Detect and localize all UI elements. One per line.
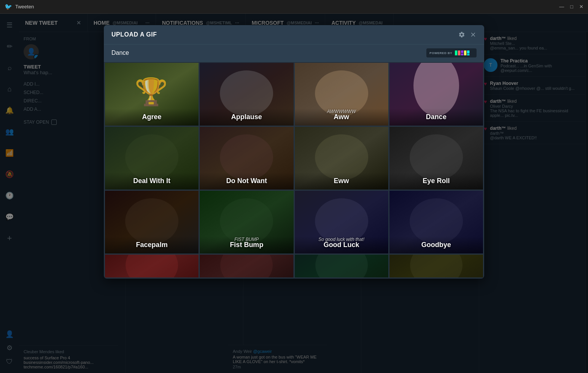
modal-search-text: Dance	[111, 49, 129, 56]
gif-item-partial4[interactable]	[389, 255, 483, 277]
modal-header: UPLOAD A GIF	[104, 25, 484, 45]
gif-sublabel-fistbump: FIST BUMP	[200, 237, 293, 242]
svg-point-36	[315, 255, 368, 277]
gif-item-aww[interactable]: AwwAWWWWWW	[295, 63, 388, 126]
powered-by-giphy: POWERED BY	[426, 48, 477, 57]
gif-label-goodbye: Goodbye	[389, 236, 483, 253]
minimize-button[interactable]: —	[559, 4, 564, 10]
gif-item-eyeroll[interactable]: Eye Roll	[389, 127, 483, 190]
app-icon: 🐦	[5, 3, 12, 10]
giphy-svg	[455, 50, 474, 56]
gif-item-goodbye[interactable]: Goodbye	[389, 191, 483, 253]
gif-label-eww: Eww	[295, 172, 388, 190]
gif-item-dealwith[interactable]: Deal With It	[105, 127, 199, 190]
svg-rect-3	[461, 54, 463, 56]
gif-item-goodluck[interactable]: Good LuckSo good luck with that!	[295, 191, 388, 253]
close-window-button[interactable]: ✕	[579, 4, 583, 10]
powered-by-label: POWERED BY	[429, 51, 452, 55]
svg-point-34	[220, 255, 273, 277]
gif-label-eyeroll: Eye Roll	[389, 172, 483, 190]
svg-text:🏆: 🏆	[135, 76, 168, 108]
svg-rect-4	[464, 51, 466, 56]
modal-settings-button[interactable]	[458, 31, 465, 38]
gif-item-facepalm[interactable]: Facepalm	[105, 191, 199, 253]
gif-label-applause: Applause	[200, 108, 293, 126]
gif-label-dealwith: Deal With It	[105, 172, 199, 190]
modal-search-bar: Dance POWERED BY	[104, 45, 484, 62]
svg-rect-1	[458, 51, 460, 56]
svg-rect-2	[461, 51, 463, 53]
modal-header-actions	[458, 31, 477, 38]
gif-label-donotwant: Do Not Want	[200, 172, 293, 190]
window-chrome: 🐦 Tweeten — □ ✕	[0, 0, 588, 14]
app-title: Tweeten	[15, 4, 34, 10]
svg-point-32	[126, 255, 178, 277]
gif-item-partial3[interactable]	[295, 255, 388, 277]
gif-sublabel-aww: AWWWWWW	[295, 109, 388, 114]
window-title: 🐦 Tweeten	[5, 3, 34, 10]
upload-gif-modal: UPLOAD A GIF Dance	[104, 25, 484, 279]
svg-rect-6	[467, 54, 469, 55]
modal-title: UPLOAD A GIF	[111, 31, 157, 38]
modal-close-button[interactable]	[470, 31, 477, 38]
gif-item-agree[interactable]: 🏆Agree	[105, 63, 199, 126]
maximize-button[interactable]: □	[570, 4, 573, 10]
close-icon	[470, 31, 477, 38]
gif-sublabel-goodluck: So good luck with that!	[295, 237, 388, 242]
gif-item-partial1[interactable]	[105, 255, 199, 277]
gif-item-applause[interactable]: Applause	[200, 63, 293, 126]
gif-item-partial2[interactable]	[200, 255, 293, 277]
giphy-logo	[455, 50, 474, 56]
gif-label-facepalm: Facepalm	[105, 236, 199, 253]
settings-icon	[458, 31, 465, 38]
svg-point-38	[410, 255, 462, 277]
gif-grid: 🏆AgreeApplauseAwwAWWWWWWDanceDeal With I…	[104, 62, 484, 279]
modal-overlay: UPLOAD A GIF Dance	[0, 14, 588, 373]
gif-item-fistbump[interactable]: Fist BumpFIST BUMP	[200, 191, 293, 253]
gif-label-dance: Dance	[389, 108, 483, 126]
gif-item-donotwant[interactable]: Do Not Want	[200, 127, 293, 190]
app-container: ☰ ✏ ⌕ ⌂ 🔔 👥 📶 🔕 🕐 💬 + 👤 ⚙ 🛡 NEW TWEET ✕ …	[0, 14, 588, 373]
gif-item-dance[interactable]: Dance	[389, 63, 483, 126]
svg-rect-5	[467, 51, 469, 54]
gif-label-agree: Agree	[105, 108, 199, 126]
window-controls: — □ ✕	[559, 4, 583, 10]
gif-item-eww[interactable]: Eww	[295, 127, 388, 190]
svg-rect-0	[455, 51, 457, 56]
